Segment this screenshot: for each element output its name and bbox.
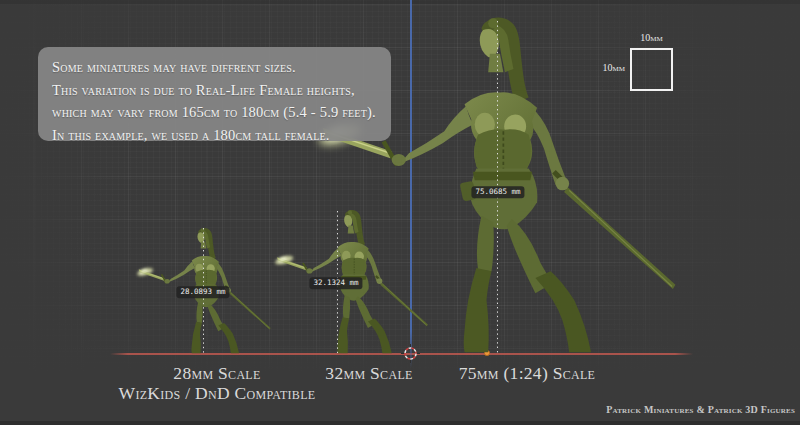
scale-caption-28mm: 28mm Scale WizKids / DnD Compatible — [119, 364, 316, 403]
scale-caption-32mm-title: 32mm Scale — [325, 364, 412, 384]
3d-cursor-icon[interactable] — [401, 344, 420, 363]
measurement-label-28mm: 28.0893 mm — [176, 286, 229, 298]
scale-caption-28mm-title: 28mm Scale — [119, 364, 316, 384]
reference-square-side-label: 10mm — [583, 62, 625, 73]
measurement-label-32mm: 32.1324 mm — [309, 277, 362, 289]
measurement-label-75mm: 75.0685 mm — [471, 186, 524, 198]
scale-caption-75mm: 75mm (1:24) Scale — [459, 364, 596, 384]
reference-square-top-label: 10mm — [630, 32, 673, 43]
info-line-3: which may vary from 165cm to 180cm (5.4 … — [52, 101, 381, 124]
watermark-text: Patrick Miniatures & Patrick 3D Figures — [606, 404, 795, 415]
3d-viewport[interactable]: 28.0893 mm 32.1324 mm 75.0685 mm Some mi… — [0, 0, 800, 425]
scale-caption-75mm-title: 75mm (1:24) Scale — [459, 364, 596, 384]
info-line-4: In this example, we used a 180cm tall fe… — [52, 124, 381, 147]
info-box: Some miniatures may have diffrent sizes.… — [38, 47, 391, 141]
info-line-1: Some miniatures may have diffrent sizes. — [52, 56, 381, 79]
scale-caption-28mm-subtitle: WizKids / DnD Compatible — [119, 384, 316, 404]
reference-square — [630, 48, 673, 91]
bottom-shade — [0, 421, 800, 425]
scale-caption-32mm: 32mm Scale — [325, 364, 412, 384]
info-line-2: This variation is due to Real-Life Femal… — [52, 79, 381, 102]
